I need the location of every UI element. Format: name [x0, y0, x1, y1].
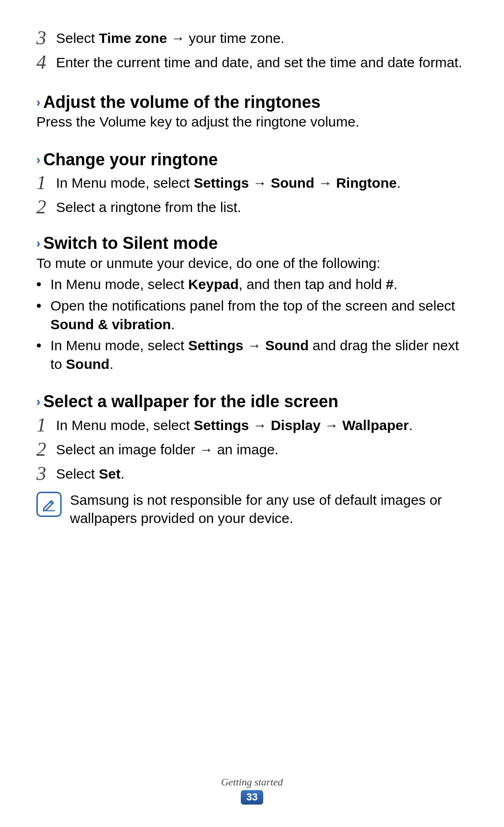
step-text: Select Set.: [56, 464, 125, 483]
bullet-item: • In Menu mode, select Settings Sound an…: [36, 336, 468, 373]
section-body: To mute or unmute your device, do one of…: [36, 254, 468, 273]
chevron-icon: ››: [36, 396, 37, 408]
step-text: Select an image folder an image.: [56, 439, 279, 459]
step-number: 3: [36, 464, 56, 483]
step-item: 2 Select an image folder an image.: [36, 439, 468, 459]
bullet-text: Open the notifications panel from the to…: [50, 297, 468, 333]
bullet-icon: •: [36, 336, 50, 355]
manual-page: 3 Select Time zone your time zone. 4 Ent…: [0, 0, 504, 827]
step-number: 2: [36, 439, 56, 459]
step-item: 3 Select Set.: [36, 464, 468, 483]
step-item: 2 Select a ringtone from the list.: [36, 197, 468, 217]
note-text: Samsung is not responsible for any use o…: [70, 490, 468, 528]
step-number: 1: [36, 173, 56, 192]
step-text: Select Time zone your time zone.: [56, 28, 285, 47]
page-number: 33: [241, 790, 263, 805]
step-text: Enter the current time and date, and set…: [56, 52, 462, 71]
section-heading: ›› Select a wallpaper for the idle scree…: [36, 392, 468, 411]
note-row: Samsung is not responsible for any use o…: [36, 490, 468, 528]
section-title: Select a wallpaper for the idle screen: [43, 392, 338, 411]
step-text: In Menu mode, select Settings Display Wa…: [56, 415, 413, 434]
bullet-item: • In Menu mode, select Keypad, and then …: [36, 275, 468, 294]
bullet-item: • Open the notifications panel from the …: [36, 297, 468, 333]
step-item: 3 Select Time zone your time zone.: [36, 28, 468, 48]
page-footer: Getting started 33: [0, 776, 504, 805]
step-number: 3: [36, 28, 56, 48]
step-item: 1 In Menu mode, select Settings Sound Ri…: [36, 173, 468, 192]
bullet-text: In Menu mode, select Settings Sound and …: [50, 336, 468, 373]
step-item: 4 Enter the current time and date, and s…: [36, 52, 468, 72]
section-title: Change your ringtone: [43, 150, 218, 169]
section-heading: ›› Switch to Silent mode: [36, 233, 468, 253]
step-number: 4: [36, 52, 56, 72]
bullet-text: In Menu mode, select Keypad, and then ta…: [50, 275, 398, 294]
footer-section-title: Getting started: [0, 776, 504, 788]
step-number: 2: [36, 197, 56, 217]
section-title: Adjust the volume of the ringtones: [43, 92, 321, 112]
section-title: Switch to Silent mode: [43, 233, 218, 253]
chevron-icon: ››: [36, 238, 37, 249]
note-icon: [36, 492, 62, 517]
step-item: 1 In Menu mode, select Settings Display …: [36, 415, 468, 435]
section-body: Press the Volume key to adjust the ringt…: [36, 113, 468, 131]
chevron-icon: ››: [36, 97, 37, 108]
step-number: 1: [36, 415, 56, 435]
chevron-icon: ››: [36, 154, 37, 166]
step-text: Select a ringtone from the list.: [56, 197, 241, 216]
bullet-icon: •: [36, 275, 50, 294]
section-heading: ›› Adjust the volume of the ringtones: [36, 92, 468, 112]
section-heading: ›› Change your ringtone: [36, 150, 468, 169]
step-text: In Menu mode, select Settings Sound Ring…: [56, 173, 401, 192]
bullet-icon: •: [36, 297, 50, 315]
